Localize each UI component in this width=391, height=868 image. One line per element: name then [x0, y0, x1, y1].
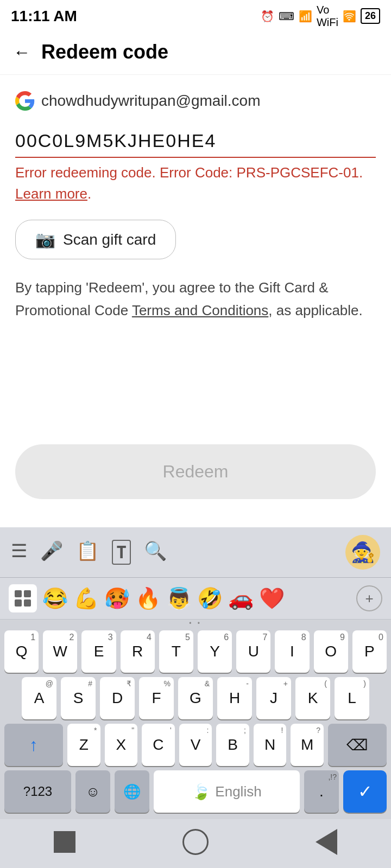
keyboard-toolbar: ☰ 🎤 📋 T 🔍 🧙 — [0, 527, 391, 578]
key-enter[interactable]: ✓ — [343, 770, 387, 813]
svg-rect-0 — [15, 590, 22, 597]
emoji-hot-face[interactable]: 🥵 — [104, 586, 130, 610]
key-c[interactable]: 'C — [142, 724, 175, 766]
key-globe[interactable]: 🌐 — [115, 770, 149, 813]
status-time: 11:11 AM — [11, 8, 77, 25]
emoji-page-dots: • • — [0, 620, 391, 627]
status-bar: 11:11 AM ⏰ ⌨ 📶 VoWiFi 🛜 26 — [0, 0, 391, 30]
error-message: Error redeeming code. Error Code: PRS-PG… — [15, 162, 376, 205]
text-format-icon[interactable]: T — [112, 540, 131, 565]
key-e[interactable]: 3E — [81, 630, 116, 673]
learn-more-link[interactable]: Learn more — [15, 186, 87, 202]
back-button[interactable]: ← — [13, 42, 30, 62]
toolbar-icons: ☰ 🎤 📋 T 🔍 — [11, 540, 167, 565]
scan-btn-label: Scan gift card — [63, 231, 156, 248]
key-shift[interactable]: ↑ — [4, 724, 63, 766]
code-input-wrapper[interactable] — [15, 126, 376, 158]
key-p[interactable]: 0P — [352, 630, 387, 673]
key-r[interactable]: 4R — [121, 630, 155, 673]
emoji-muscle[interactable]: 💪 — [73, 586, 99, 610]
battery-indicator: 26 — [361, 8, 380, 24]
code-input[interactable] — [15, 126, 376, 158]
terms-text: By tapping 'Redeem', you agree to the Gi… — [15, 277, 376, 322]
key-123[interactable]: ?123 — [4, 770, 71, 813]
key-a[interactable]: @A — [22, 677, 56, 719]
page-title: Redeem code — [41, 41, 168, 63]
google-logo — [15, 91, 35, 111]
emoji-row: 😂 💪 🥵 🔥 👼 🤣 🚗 ❤️ + — [0, 578, 391, 620]
key-emoji[interactable]: ☺ — [75, 770, 110, 813]
key-k[interactable]: (K — [295, 677, 330, 719]
wifi-icon: VoWiFi — [317, 4, 338, 29]
key-period[interactable]: . ,!? — [304, 770, 339, 813]
account-email: chowdhudywritupan@gmail.com — [41, 92, 261, 110]
key-x[interactable]: "X — [105, 724, 138, 766]
key-j[interactable]: +J — [256, 677, 291, 719]
signal-icon: 📶 — [299, 10, 312, 23]
key-n[interactable]: !N — [254, 724, 287, 766]
key-v[interactable]: :V — [179, 724, 212, 766]
key-space[interactable]: 🍃 English — [154, 770, 300, 813]
key-z[interactable]: *Z — [67, 724, 100, 766]
key-row-2: @A #S ₹D %F &G -H +J (K )L — [4, 677, 387, 719]
terms-link[interactable]: Terms and Conditions — [132, 302, 268, 318]
key-backspace[interactable]: ⌫ — [328, 724, 387, 766]
bottom-nav — [0, 819, 391, 868]
key-y[interactable]: 6Y — [198, 630, 232, 673]
account-row: chowdhudywritupan@gmail.com — [15, 91, 376, 111]
key-o[interactable]: 9O — [314, 630, 348, 673]
emoji-grid-icon[interactable] — [9, 584, 37, 612]
emoji-more-button[interactable]: + — [356, 585, 382, 611]
key-q[interactable]: 1Q — [4, 630, 39, 673]
svg-rect-1 — [24, 590, 31, 597]
key-f[interactable]: %F — [139, 677, 174, 719]
nav-back-button[interactable] — [316, 829, 337, 855]
status-icons: ⏰ ⌨ 📶 VoWiFi 🛜 26 — [261, 4, 380, 29]
terms-after: , as applicable. — [268, 302, 362, 318]
search-icon[interactable]: 🔍 — [144, 540, 167, 565]
header: ← Redeem code — [0, 30, 391, 75]
keyboard-icon: ⌨ — [279, 10, 294, 23]
mic-icon[interactable]: 🎤 — [40, 540, 63, 565]
keyboard-area: ☰ 🎤 📋 T 🔍 🧙 😂 💪 🥵 🔥 👼 — [0, 527, 391, 868]
emoji-car[interactable]: 🚗 — [228, 586, 254, 610]
nav-circle-button[interactable] — [182, 829, 209, 855]
key-d[interactable]: ₹D — [100, 677, 135, 719]
key-t[interactable]: 5T — [159, 630, 193, 673]
emoji-fire[interactable]: 🔥 — [135, 586, 161, 610]
emoji-laughing[interactable]: 😂 — [42, 586, 68, 610]
redeem-button[interactable]: Redeem — [15, 444, 376, 499]
key-u[interactable]: 7U — [236, 630, 270, 673]
key-row-1: 1Q 2W 3E 4R 5T 6Y 7U 8I 9O 0P — [4, 630, 387, 673]
error-text: Error redeeming code. Error Code: PRS-PG… — [15, 164, 363, 181]
hamburger-icon[interactable]: ☰ — [11, 540, 27, 565]
key-m[interactable]: ?M — [291, 724, 324, 766]
key-h[interactable]: -H — [217, 677, 252, 719]
clipboard-icon[interactable]: 📋 — [76, 540, 99, 565]
key-i[interactable]: 8I — [275, 630, 309, 673]
key-l[interactable]: )L — [335, 677, 369, 719]
emoji-angel[interactable]: 👼 — [166, 586, 192, 610]
key-row-bottom: ?123 ☺ 🌐 🍃 English . ,!? ✓ — [4, 770, 387, 813]
key-row-3: ↑ *Z "X 'C :V ;B !N ?M ⌫ — [4, 724, 387, 766]
camera-icon: 📷 — [35, 230, 55, 249]
key-w[interactable]: 2W — [43, 630, 77, 673]
scan-gift-card-button[interactable]: 📷 Scan gift card — [15, 220, 176, 259]
emoji-heart[interactable]: ❤️ — [259, 586, 285, 610]
key-g[interactable]: &G — [178, 677, 213, 719]
space-label: English — [215, 783, 261, 800]
emoji-rofl[interactable]: 🤣 — [197, 586, 223, 610]
svg-rect-2 — [15, 599, 22, 607]
avatar-emoji: 🧙 — [345, 535, 380, 570]
nav-square-button[interactable] — [54, 831, 75, 853]
wifi2-icon: 🛜 — [343, 10, 356, 23]
svg-rect-3 — [24, 599, 31, 607]
alarm-icon: ⏰ — [261, 10, 274, 23]
key-b[interactable]: ;B — [216, 724, 249, 766]
main-content: chowdhudywritupan@gmail.com Error redeem… — [0, 75, 391, 338]
key-rows: 1Q 2W 3E 4R 5T 6Y 7U 8I 9O 0P @A #S ₹D %… — [0, 627, 391, 819]
key-s[interactable]: #S — [61, 677, 96, 719]
